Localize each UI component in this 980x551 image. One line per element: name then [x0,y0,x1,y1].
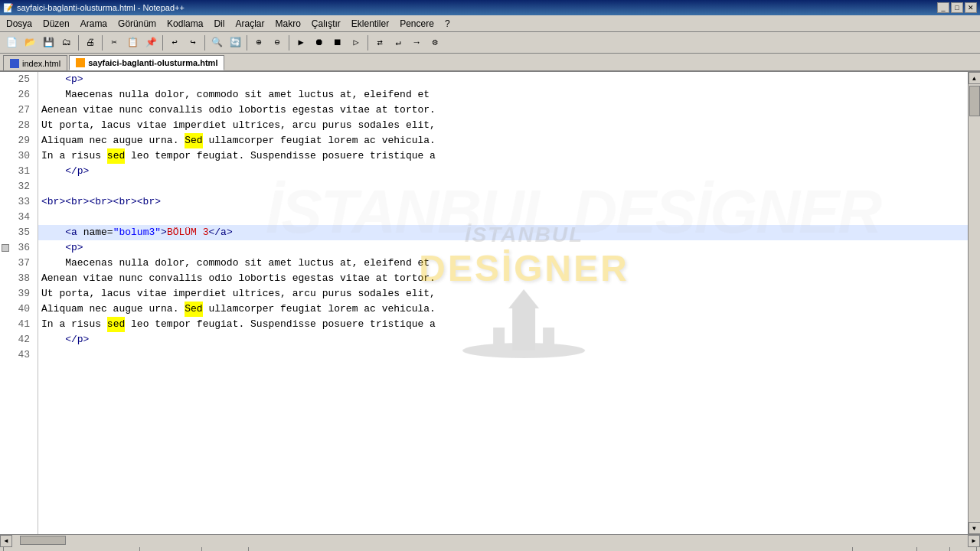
code-line-36[interactable]: <p> [38,240,968,256]
code-line-28[interactable]: Ut porta, lacus vitae imperdiet ultrices… [38,118,968,133]
toolbar-sep-4 [204,35,205,51]
save-all-button[interactable]: 🗂 [58,34,75,51]
scroll-up-button[interactable]: ▲ [969,72,981,84]
paste-button[interactable]: 📌 [142,34,159,51]
code-line-32[interactable] [38,179,968,194]
tab-icon-sayfaici [76,58,85,67]
status-lines: lines : 46 [202,547,249,551]
toolbar-sep-2 [102,35,103,51]
indent-button[interactable]: → [408,34,425,51]
sync-button[interactable]: ⇄ [371,34,388,51]
vertical-scrollbar[interactable]: ▲ ▼ [968,72,980,534]
status-charset: ANSI [917,547,950,551]
zoom-out-button[interactable]: ⊖ [269,34,286,51]
toolbar-sep-6 [289,35,289,51]
tab-bar: index.html sayfaici-baglanti-olusturma.h… [0,54,980,72]
replace-button[interactable]: 🔄 [227,34,243,51]
line-number-36: 36 [0,240,34,256]
scroll-down-button[interactable]: ▼ [969,522,981,534]
code-line-43[interactable] [38,347,968,363]
menu-araclar[interactable]: Araçlar [230,17,269,31]
line-number-34: 34 [0,210,34,225]
tab-sayfaici-html[interactable]: sayfaici-baglanti-olusturma.html [69,55,224,70]
menu-gorunum[interactable]: Görünüm [113,17,161,31]
code-line-38[interactable]: Aenean vitae nunc convallis odio loborti… [38,271,968,286]
h-scrollbar-thumb[interactable] [20,536,66,545]
menu-bar: Dosya Düzen Arama Görünüm Kodlama Dil Ar… [0,15,980,32]
status-bar: Hyper Text Markup Language file length :… [0,546,980,551]
record-button[interactable]: ⏺ [311,34,328,51]
app-icon: 📝 [3,3,14,13]
scroll-left-button[interactable]: ◀ [0,535,12,547]
horizontal-scrollbar[interactable]: ◀ ▶ [0,534,980,546]
code-line-26[interactable]: Maecenas nulla dolor, commodo sit amet l… [38,87,968,103]
menu-pencere[interactable]: Pencere [395,17,439,31]
code-line-41[interactable]: In a risus sed leo tempor feugiat. Suspe… [38,317,968,332]
code-line-33[interactable]: <br><br><br><br><br> [38,194,968,210]
code-line-35[interactable]: <a name="bolum3">BÖLÜM 3</a> [38,225,968,240]
cut-button[interactable]: ✂ [106,34,122,51]
code-line-42[interactable]: </p> [38,332,968,347]
macro-button[interactable]: ⚙ [426,34,443,51]
tab-label-sayfaici: sayfaici-baglanti-olusturma.html [88,58,217,67]
line-number-29: 29 [0,133,34,148]
menu-arama[interactable]: Arama [76,17,112,31]
line-number-31: 31 [0,164,34,179]
line-number-27: 27 [0,103,34,118]
code-area[interactable]: İSTANBUL DESİGNER İSTANBUL DESİGNER <p> … [38,72,968,534]
menu-calistir[interactable]: Çalıştır [307,17,345,31]
code-line-30[interactable]: In a risus sed leo tempor feugiat. Suspe… [38,148,968,164]
menu-help[interactable]: ? [440,17,455,31]
code-line-37[interactable]: Maecenas nulla dolor, commodo sit amet l… [38,256,968,271]
code-line-25[interactable]: <p> [38,72,968,87]
menu-dosya[interactable]: Dosya [2,17,37,31]
code-line-34[interactable] [38,210,968,225]
line-number-28: 28 [0,118,34,133]
h-scrollbar-track[interactable] [12,535,968,547]
tab-icon-index [10,59,19,68]
menu-eklentiler[interactable]: Eklentiler [347,17,394,31]
line-number-32: 32 [0,179,34,194]
stop-button[interactable]: ⏹ [329,34,346,51]
minimize-button[interactable]: _ [937,2,949,13]
menu-duzen[interactable]: Düzen [38,17,74,31]
tab-label-index: index.html [22,59,60,68]
code-line-31[interactable]: </p> [38,164,968,179]
code-line-39[interactable]: Ut porta, lacus vitae imperdiet ultrices… [38,286,968,302]
line-numbers: 25262728293031323334353637383940414243 [0,72,38,534]
play-button[interactable]: ▷ [348,34,364,51]
code-line-40[interactable]: Aliquam nec augue urna. Sed ullamcorper … [38,302,968,317]
open-button[interactable]: 📂 [21,34,38,51]
toolbar-sep-3 [162,35,163,51]
editor-area: 25262728293031323334353637383940414243 İ… [0,72,980,534]
close-button[interactable]: ✕ [965,2,977,13]
run-button[interactable]: ▶ [292,34,309,51]
tab-index-html[interactable]: index.html [3,55,67,70]
find-button[interactable]: 🔍 [208,34,225,51]
zoom-in-button[interactable]: ⊕ [250,34,267,51]
toolbar-sep-7 [368,35,368,51]
print-button[interactable]: 🖨 [82,34,99,51]
scrollbar-track[interactable] [969,84,980,522]
maximize-button[interactable]: □ [951,2,963,13]
status-encoding: Dos/Windows [853,547,917,551]
status-mode: INS [950,547,977,551]
title-bar-left: 📝 sayfaici-baglanti-olusturma.html - Not… [3,3,185,13]
copy-button[interactable]: 📋 [124,34,141,51]
code-line-29[interactable]: Aliquam nec augue urna. Sed ullamcorper … [38,133,968,148]
wrap-button[interactable]: ↵ [390,34,407,51]
toolbar-sep-1 [78,35,79,51]
undo-button[interactable]: ↩ [166,34,183,51]
code-line-27[interactable]: Aenean vitae nunc convallis odio loborti… [38,103,968,118]
line-number-25: 25 [0,72,34,87]
menu-kodlama[interactable]: Kodlama [162,17,207,31]
scroll-right-button[interactable]: ▶ [968,535,980,547]
title-bar: 📝 sayfaici-baglanti-olusturma.html - Not… [0,0,980,15]
redo-button[interactable]: ↪ [185,34,201,51]
menu-makro[interactable]: Makro [270,17,305,31]
save-button[interactable]: 💾 [40,34,57,51]
menu-dil[interactable]: Dil [209,17,229,31]
status-filetype: Hyper Text Markup Language file [3,547,140,551]
scrollbar-thumb[interactable] [969,86,980,116]
new-button[interactable]: 📄 [3,34,20,51]
